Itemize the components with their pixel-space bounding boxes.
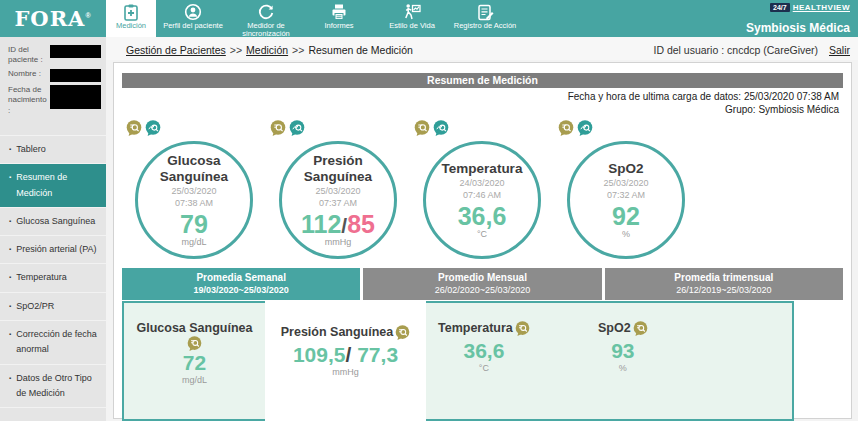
sidebar-item-correccion-fecha[interactable]: ▪Corrección de fecha anormal [0, 321, 106, 365]
chart-magnifier-icon[interactable] [433, 120, 449, 136]
sidebar-item-resumen-medicion[interactable]: ▪Resumen de Medición [0, 164, 106, 208]
bullet-icon: ▪ [9, 272, 11, 287]
temperature-circle: Temperatura 24/03/2020 07:46 AM 36,6 °C [423, 141, 541, 259]
measure-date: 25/03/2020 [603, 178, 648, 190]
sidebar-item-tablero[interactable]: ▪Tablero [0, 136, 106, 164]
tab-monthly-average[interactable]: Promedio Mensual 26/02/2020~25/03/2020 [363, 268, 601, 300]
average-label: Presión Sanguínea [281, 325, 394, 339]
measure-date: 25/03/2020 [171, 186, 216, 198]
temperature-measure: Temperatura 24/03/2020 07:46 AM 36,6 °C [410, 120, 554, 259]
report-magnifier-icon[interactable] [395, 325, 410, 340]
user-id-label: ID del usuario : cncdcp (CareGiver) [654, 44, 819, 56]
nav-tab-label: Estilo de Vida [389, 22, 435, 30]
sidebar-item-spo2-pr[interactable]: ▪SpO2/PR [0, 293, 106, 321]
healthview-logo: 24/7 HEALTHVIEW [770, 3, 850, 12]
nav-tab-informes[interactable]: Informes [303, 0, 375, 37]
bullet-icon: ▪ [9, 244, 11, 259]
report-magnifier-icon[interactable] [633, 321, 648, 336]
sidebar-item-presion-arterial[interactable]: ▪Presión arterial (PA) [0, 236, 106, 264]
bullet-icon: ▪ [9, 216, 11, 231]
chart-magnifier-icon[interactable] [289, 120, 305, 136]
tab-date-range: 19/03/2020~25/03/2020 [122, 285, 360, 296]
glucose-average: Glucosa Sanguínea 72 mg/dL [124, 303, 265, 419]
sidebar-item-temperatura[interactable]: ▪Temperatura [0, 264, 106, 292]
bullet-icon: ▪ [9, 373, 11, 404]
tab-date-range: 26/02/2020~25/03/2020 [363, 285, 601, 296]
content-area: Gestión de Pacientes >> Medición >> Resu… [106, 37, 858, 421]
report-magnifier-icon[interactable] [126, 120, 142, 136]
patient-name-label: Nombre : [8, 69, 48, 82]
top-navbar: FORA® Medición Perfil del paciente Medid… [0, 0, 858, 37]
patient-name-row: Nombre : [8, 69, 101, 82]
chart-magnifier-icon[interactable] [577, 120, 593, 136]
breadcrumb-separator: >> [292, 44, 304, 56]
sidebar-item-label: SpO2/PR [16, 299, 54, 314]
sidebar-item-glucosa[interactable]: ▪Glucosa Sanguínea [0, 208, 106, 236]
patient-id-label: ID del paciente : [8, 45, 48, 66]
measure-unit: mmHg [325, 237, 352, 247]
report-magnifier-icon[interactable] [414, 120, 430, 136]
tab-date-range: 26/12/2019~25/03/2020 [605, 285, 843, 296]
printer-icon [330, 3, 348, 21]
nav-tab-label: Informes [324, 22, 353, 30]
nav-tab-label: Registro de Acción [454, 22, 517, 30]
sidebar-item-label: Tablero [16, 142, 46, 157]
badge-24-7: 24/7 [770, 3, 790, 12]
nav-tab-label: Medición [116, 22, 146, 30]
organization-name: Symbiosis Médica [746, 21, 850, 35]
diastolic-value: 85 [347, 210, 375, 238]
bullet-icon: ▪ [9, 329, 11, 360]
measure-unit: mg/dL [181, 237, 206, 247]
patient-id-row: ID del paciente : [8, 45, 101, 66]
breadcrumb-medicion[interactable]: Medición [246, 44, 288, 56]
nav-tab-perfil-paciente[interactable]: Perfil del paciente [157, 0, 229, 37]
measure-time: 07:38 AM [175, 198, 213, 210]
tab-quarterly-average[interactable]: Promedia trimensual 26/12/2019~25/03/202… [605, 268, 843, 300]
last-upload-text: Fecha y hora de ultima carga de datos: 2… [122, 91, 839, 104]
report-magnifier-icon[interactable] [515, 321, 530, 336]
sidebar-item-otros-datos[interactable]: ▪Datos de Otro Tipo de Medición [0, 365, 106, 409]
systolic-average: 109,5 [293, 343, 346, 366]
page-title: Resumen de Medición [122, 73, 843, 88]
report-magnifier-icon[interactable] [187, 336, 202, 351]
breadcrumb-current: Resumen de Medición [308, 44, 412, 56]
measure-value: 92 [612, 203, 640, 229]
bullet-icon: ▪ [9, 144, 11, 159]
measurement-circles: Glucosa Sanguínea 25/03/2020 07:38 AM 79… [122, 120, 843, 259]
nav-tab-estilo-vida[interactable]: Estilo de Vida [376, 0, 448, 37]
spo2-measure: SpO2 25/03/2020 07:32 AM 92 % [554, 120, 698, 259]
navbar-right: 24/7 HEALTHVIEW Symbiosis Médica [746, 0, 858, 37]
breadcrumb-gestion-pacientes[interactable]: Gestión de Pacientes [126, 44, 226, 56]
tab-weekly-average[interactable]: Promedia Semanal 19/03/2020~25/03/2020 [122, 268, 360, 300]
measure-title: SpO2 [608, 161, 643, 177]
logout-link[interactable]: Salir [829, 44, 850, 56]
nav-tab-medidor-sincronizacion[interactable]: Medidor de sincronización [230, 0, 302, 37]
registered-mark: ® [85, 12, 91, 19]
breadcrumb-row: Gestión de Pacientes >> Medición >> Resu… [106, 37, 858, 60]
diastolic-average: 77,3 [357, 343, 398, 366]
blood-pressure-measure: Presión Sanguínea 25/03/2020 07:37 AM 11… [266, 120, 410, 259]
sync-arrows-icon [257, 3, 275, 21]
tab-label: Promedio Mensual [363, 272, 601, 285]
measure-value: 36,6 [458, 203, 507, 229]
chart-magnifier-icon[interactable] [145, 120, 161, 136]
sidebar-item-label: Datos de Otro Tipo de Medición [16, 371, 102, 402]
tab-label: Promedia trimensual [605, 272, 843, 285]
measure-time: 07:46 AM [463, 190, 501, 202]
average-value: 72 [124, 351, 265, 374]
nav-tab-registro-accion[interactable]: Registro de Acción [449, 0, 521, 37]
person-circle-icon [184, 3, 202, 21]
average-label: Temperatura [438, 321, 513, 335]
measure-unit: % [622, 229, 630, 239]
bullet-icon: ▪ [9, 172, 11, 203]
tab-label: Promedia Semanal [122, 272, 360, 285]
sidebar-item-label: Presión arterial (PA) [16, 242, 96, 257]
report-magnifier-icon[interactable] [270, 120, 286, 136]
patient-id-redacted [50, 45, 101, 58]
glucose-measure: Glucosa Sanguínea 25/03/2020 07:38 AM 79… [122, 120, 266, 259]
main-nav-tabs: Medición Perfil del paciente Medidor de … [106, 0, 522, 37]
nav-tab-medicion[interactable]: Medición [106, 0, 156, 37]
sidebar-item-label: Resumen de Medición [16, 170, 102, 201]
report-magnifier-icon[interactable] [558, 120, 574, 136]
averages-panel: Glucosa Sanguínea 72 mg/dL Presión Sangu… [122, 301, 794, 421]
